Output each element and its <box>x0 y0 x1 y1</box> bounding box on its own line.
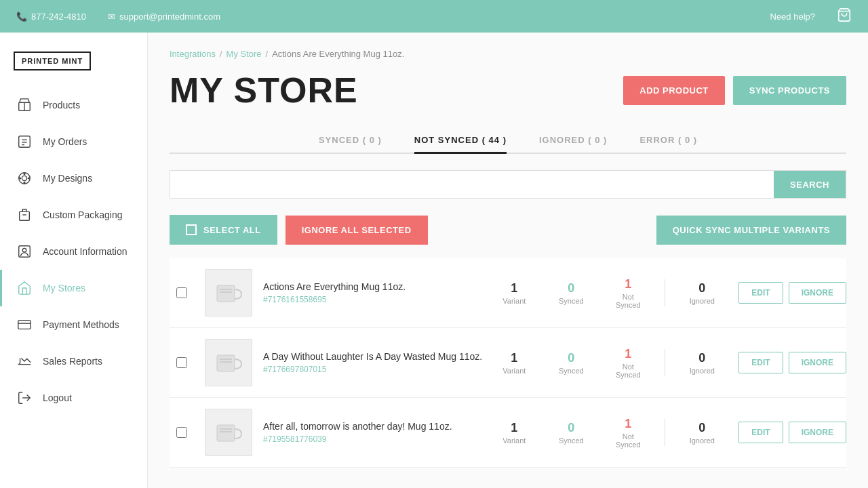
row-1-name: Actions Are Everything Mug 11oz. <box>263 281 483 292</box>
sidebar: PRINTED MINT Products My Orders My Desig… <box>0 33 148 488</box>
breadcrumb-my-store[interactable]: My Store <box>226 49 262 59</box>
row-2-variant-count: 1 <box>494 351 534 365</box>
svg-point-12 <box>28 178 30 179</box>
row-1-not-synced-stat: 1 NotSynced <box>608 277 648 309</box>
select-all-label: SELECT ALL <box>203 225 261 235</box>
row-1-ignored-stat: 0 Ignored <box>682 281 722 305</box>
search-input[interactable] <box>170 171 774 198</box>
svg-rect-23 <box>217 355 235 371</box>
sidebar-item-sales-reports[interactable]: Sales Reports <box>0 343 147 380</box>
row-2-edit-button[interactable]: EDIT <box>738 352 783 373</box>
tab-error[interactable]: ERROR ( 0 ) <box>639 127 697 154</box>
tab-not-synced[interactable]: NOT SYNCED ( 44 ) <box>414 127 507 154</box>
tabs-bar: SYNCED ( 0 ) NOT SYNCED ( 44 ) IGNORED (… <box>170 127 846 154</box>
svg-rect-20 <box>217 285 235 302</box>
main-content: Integrations / My Store / Actions Are Ev… <box>148 33 868 488</box>
search-bar: SEARCH <box>170 170 846 199</box>
row-1-sku: #7176161558695 <box>263 295 483 304</box>
sidebar-label-account-information: Account Information <box>43 246 127 257</box>
row-3-edit-button[interactable]: EDIT <box>738 422 783 443</box>
sidebar-label-payment-methods: Payment Methods <box>43 319 119 330</box>
row-3-variant-stat: 1 Variant <box>494 421 534 445</box>
custom-packaging-icon <box>16 206 33 224</box>
sidebar-label-sales-reports: Sales Reports <box>43 356 102 367</box>
row-3-not-synced-stat: 1 NotSynced <box>608 417 648 449</box>
row-1-stats: 1 Variant 0 Synced 1 NotSynced 0 Ignore <box>494 277 722 309</box>
sidebar-item-products[interactable]: Products <box>0 87 147 123</box>
row-2-checkbox-container <box>170 357 194 368</box>
email-address: support@printedmint.com <box>119 12 220 22</box>
breadcrumb-current: Actions Are Everything Mug 11oz. <box>272 49 404 59</box>
row-3-name: After all, tomorrow is another day! Mug … <box>263 421 483 432</box>
sidebar-item-my-stores[interactable]: My Stores <box>0 270 147 306</box>
row-1-not-synced-count: 1 <box>608 277 648 291</box>
row-3-image <box>205 409 252 456</box>
payment-methods-icon <box>16 316 33 333</box>
row-2-ignored-count: 0 <box>682 351 722 365</box>
sidebar-label-products: Products <box>43 100 80 110</box>
sync-products-button[interactable]: SYNC PRODUCTS <box>733 76 846 105</box>
svg-point-8 <box>22 176 26 180</box>
row-3-ignored-stat: 0 Ignored <box>682 421 722 445</box>
row-1-checkbox[interactable] <box>176 287 187 298</box>
breadcrumb-sep-2: / <box>266 49 269 59</box>
breadcrumb-integrations[interactable]: Integrations <box>170 49 216 59</box>
row-3-not-synced-label: NotSynced <box>608 432 648 449</box>
logo: PRINTED MINT <box>0 43 147 87</box>
phone-icon: 📞 <box>16 12 27 22</box>
sidebar-label-my-designs: My Designs <box>43 173 92 184</box>
row-1-ignore-button[interactable]: IGNORE <box>789 282 846 304</box>
logo-text: PRINTED MINT <box>14 52 91 70</box>
row-3-synced-stat: 0 Synced <box>551 421 591 445</box>
row-2-info: A Day Without Laughter Is A Day Wasted M… <box>263 351 483 374</box>
sidebar-item-my-orders[interactable]: My Orders <box>0 123 147 160</box>
quick-sync-button[interactable]: QUICK SYNC MULTIPLE VARIANTS <box>656 216 846 245</box>
row-3-actions: EDIT IGNORE <box>738 422 846 443</box>
select-all-button[interactable]: SELECT ALL <box>170 215 277 245</box>
row-1-ignored-count: 0 <box>682 281 722 296</box>
help-link[interactable]: Need help? <box>770 12 816 22</box>
row-2-variant-label: Variant <box>494 367 534 375</box>
svg-rect-26 <box>217 425 235 441</box>
row-3-variant-count: 1 <box>494 421 534 435</box>
row-2-ignore-button[interactable]: IGNORE <box>789 352 846 373</box>
sidebar-item-logout[interactable]: Logout <box>0 380 147 416</box>
ignore-all-selected-button[interactable]: IGNORE ALL SELECTED <box>285 216 428 245</box>
sidebar-label-logout: Logout <box>43 392 72 403</box>
row-2-checkbox[interactable] <box>176 357 187 368</box>
row-1-variant-label: Variant <box>494 297 534 305</box>
row-3-sku: #7195581776039 <box>263 434 483 444</box>
cart-icon[interactable] <box>837 7 852 26</box>
action-bar: SELECT ALL IGNORE ALL SELECTED QUICK SYN… <box>170 215 846 245</box>
row-1-ignored-label: Ignored <box>682 297 722 305</box>
row-1-edit-button[interactable]: EDIT <box>738 282 783 304</box>
row-3-stats: 1 Variant 0 Synced 1 NotSynced 0 Ignore <box>494 417 722 449</box>
sidebar-item-my-designs[interactable]: My Designs <box>0 160 147 197</box>
row-2-synced-stat: 0 Synced <box>551 351 591 375</box>
row-1-checkbox-container <box>170 287 194 298</box>
row-2-not-synced-stat: 1 NotSynced <box>608 347 648 379</box>
row-3-checkbox[interactable] <box>176 427 187 438</box>
sidebar-item-payment-methods[interactable]: Payment Methods <box>0 306 147 343</box>
tab-ignored[interactable]: IGNORED ( 0 ) <box>539 127 607 154</box>
svg-point-16 <box>22 248 26 252</box>
row-2-variant-stat: 1 Variant <box>494 351 534 375</box>
search-button[interactable]: SEARCH <box>774 171 846 198</box>
sales-reports-icon <box>16 352 33 370</box>
sidebar-label-my-orders: My Orders <box>43 136 87 147</box>
logout-icon <box>16 389 33 407</box>
row-3-ignore-button[interactable]: IGNORE <box>789 422 846 443</box>
tab-synced[interactable]: SYNCED ( 0 ) <box>319 127 382 154</box>
row-2-not-synced-label: NotSynced <box>608 363 648 379</box>
svg-rect-3 <box>19 136 31 148</box>
row-1-variant-stat: 1 Variant <box>494 281 534 305</box>
sidebar-item-custom-packaging[interactable]: Custom Packaging <box>0 197 147 233</box>
header-buttons: ADD PRODUCT SYNC PRODUCTS <box>623 76 846 105</box>
phone-number: 877-242-4810 <box>31 12 86 22</box>
row-1-info: Actions Are Everything Mug 11oz. #717616… <box>263 281 483 304</box>
add-product-button[interactable]: ADD PRODUCT <box>623 76 725 105</box>
row-2-actions: EDIT IGNORE <box>738 352 846 373</box>
row-3-variant-label: Variant <box>494 436 534 445</box>
sidebar-item-account-information[interactable]: Account Information <box>0 233 147 270</box>
my-stores-icon <box>16 279 33 297</box>
